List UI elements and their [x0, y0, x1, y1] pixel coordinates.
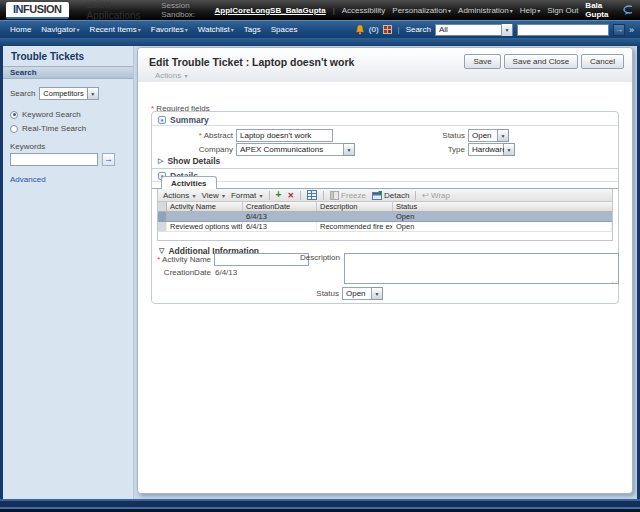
table-actions-menu[interactable]: Actions ▾: [163, 191, 195, 200]
toolbar-divider: [415, 191, 416, 200]
activities-table-group: Actions ▾ View ▾ Format ▾ + ✕: [157, 189, 613, 241]
detach-button[interactable]: Detach: [372, 191, 409, 200]
cell-creation-date[interactable]: 6/4/13: [243, 222, 317, 231]
table-view-menu[interactable]: View ▾: [201, 191, 224, 200]
row-selector-cell[interactable]: [158, 212, 167, 221]
administration-menu[interactable]: Administration▾: [458, 6, 513, 15]
nav-item-watchlist[interactable]: Watchlist▾: [198, 25, 234, 34]
column-header-activity-name[interactable]: Activity Name: [167, 202, 243, 211]
sidebar-search-section-header[interactable]: Search: [3, 66, 133, 79]
additional-status-select[interactable]: Open: [342, 287, 372, 300]
type-label: Type: [385, 145, 465, 154]
chevron-down-icon[interactable]: ▼: [501, 24, 512, 36]
cell-status[interactable]: Open: [393, 222, 612, 231]
resize-grip-icon[interactable]: ⸝⸝: [611, 277, 618, 284]
add-row-icon[interactable]: +: [276, 190, 282, 200]
content-frame: Trouble Tickets Search Search Competitor…: [0, 46, 640, 499]
chat-bubble-icon[interactable]: [623, 5, 632, 15]
company-label: Company: [152, 145, 233, 154]
global-header: INFUSION usion Applications Session Sand…: [0, 0, 640, 20]
company-select[interactable]: APEX Communications: [236, 143, 344, 156]
current-user-name: Bala Gupta: [585, 1, 615, 19]
details-section-header: ▾ Details: [152, 170, 618, 182]
column-header-description[interactable]: Description: [317, 202, 393, 211]
cancel-button[interactable]: Cancel: [581, 54, 624, 69]
cell-creation-date[interactable]: 6/4/13: [243, 212, 317, 221]
page-actions-menu[interactable]: Actions ▾: [155, 71, 187, 80]
freeze-button: Freeze: [330, 191, 366, 200]
save-and-close-button[interactable]: Save and Close: [504, 54, 578, 69]
sign-out-link[interactable]: Sign Out: [547, 6, 578, 15]
activity-name-label: * Activity Name: [152, 255, 211, 264]
chevron-down-icon: ▾: [222, 193, 225, 199]
status-select[interactable]: Open: [468, 129, 498, 142]
realtime-search-radio[interactable]: [10, 125, 18, 133]
watchlist-grid-icon[interactable]: [383, 25, 392, 34]
session-sandbox-link[interactable]: ApplCoreLongSB_BalaGupta: [215, 6, 326, 15]
chevron-down-icon: ▾: [537, 8, 540, 14]
window-footer-bar: [0, 499, 640, 512]
wrap-button: ↩ Wrap: [422, 191, 450, 200]
tab-activities[interactable]: Activities: [161, 176, 217, 189]
chevron-down-icon[interactable]: ▼: [504, 143, 515, 156]
keywords-input[interactable]: [10, 153, 98, 166]
summary-section-header: ▾ Summary: [152, 114, 618, 126]
table-format-menu[interactable]: Format ▾: [231, 191, 263, 200]
search-scope-select[interactable]: All ▼: [435, 24, 513, 36]
saved-search-select[interactable]: Competitors ▼: [39, 87, 98, 100]
chevron-down-icon[interactable]: ▼: [87, 88, 98, 99]
nav-item-tags[interactable]: Tags: [244, 25, 261, 34]
nav-item-spaces[interactable]: Spaces: [271, 25, 298, 34]
keywords-label: Keywords: [10, 142, 126, 151]
global-search-label: Search: [406, 25, 431, 34]
chevron-down-icon[interactable]: ▼: [498, 129, 509, 142]
advanced-search-link[interactable]: Advanced: [10, 175, 126, 184]
delete-row-icon[interactable]: ✕: [287, 191, 294, 200]
keywords-go-button[interactable]: →: [102, 153, 115, 166]
session-sandbox-label: Session Sandbox:: [161, 1, 207, 19]
abstract-input[interactable]: [236, 129, 333, 142]
additional-status-label: Status: [259, 289, 339, 298]
cell-activity-name[interactable]: Reviewed options with customer: [167, 222, 243, 231]
save-button[interactable]: Save: [464, 54, 500, 69]
logo-text-prefix: IN: [13, 3, 23, 15]
table-row[interactable]: 6/4/13 Open: [158, 212, 612, 222]
advanced-search-icon[interactable]: »: [629, 25, 634, 35]
accessibility-link[interactable]: Accessibility: [342, 6, 386, 15]
keyword-search-radio[interactable]: [10, 111, 18, 119]
realtime-search-label: Real-Time Search: [22, 124, 86, 133]
chevron-down-icon[interactable]: ▼: [372, 287, 383, 300]
search-go-button[interactable]: →: [613, 24, 625, 36]
cell-description[interactable]: [317, 212, 393, 221]
table-row[interactable]: Reviewed options with customer 6/4/13 Re…: [158, 222, 612, 232]
ticket-form-container: ▾ Summary * Abstract Status Open ▼: [151, 111, 619, 304]
nav-item-favorites[interactable]: Favorites▾: [151, 25, 188, 34]
chevron-down-icon[interactable]: ▼: [344, 143, 355, 156]
column-header-status[interactable]: Status: [393, 202, 612, 211]
cell-activity-name[interactable]: [167, 212, 243, 221]
show-details-toggle[interactable]: ▷ Show Details: [158, 156, 220, 166]
nav-item-home[interactable]: Home: [10, 25, 31, 34]
abstract-label: * Abstract: [152, 131, 233, 140]
global-search-input[interactable]: [517, 24, 609, 36]
cell-status[interactable]: Open: [393, 212, 612, 221]
type-select[interactable]: Hardware: [468, 143, 504, 156]
export-spreadsheet-icon[interactable]: [307, 190, 317, 200]
nav-item-navigator[interactable]: Navigator▾: [41, 25, 79, 34]
cell-description[interactable]: Recommended fire extinguisher: [317, 222, 393, 231]
chevron-down-icon: ▾: [510, 8, 513, 14]
chevron-down-icon: ▾: [185, 27, 188, 33]
toolbar-divider: [323, 191, 324, 200]
notifications-bell-icon[interactable]: [355, 24, 365, 35]
personalization-menu[interactable]: Personalization▾: [392, 6, 451, 15]
creation-date-label: CreationDate: [152, 268, 211, 277]
nav-item-recent-items[interactable]: Recent Items▾: [90, 25, 141, 34]
chevron-down-icon: ▾: [260, 193, 263, 199]
column-header-creation-date[interactable]: CreationDate: [243, 202, 317, 211]
help-menu[interactable]: Help▾: [520, 6, 540, 15]
description-textarea[interactable]: [344, 253, 619, 284]
row-selector-cell[interactable]: [158, 222, 167, 231]
infusion-logo: INFUSION: [6, 2, 69, 19]
collapse-section-icon[interactable]: ▾: [158, 116, 166, 124]
chevron-down-icon: ▾: [77, 27, 80, 33]
